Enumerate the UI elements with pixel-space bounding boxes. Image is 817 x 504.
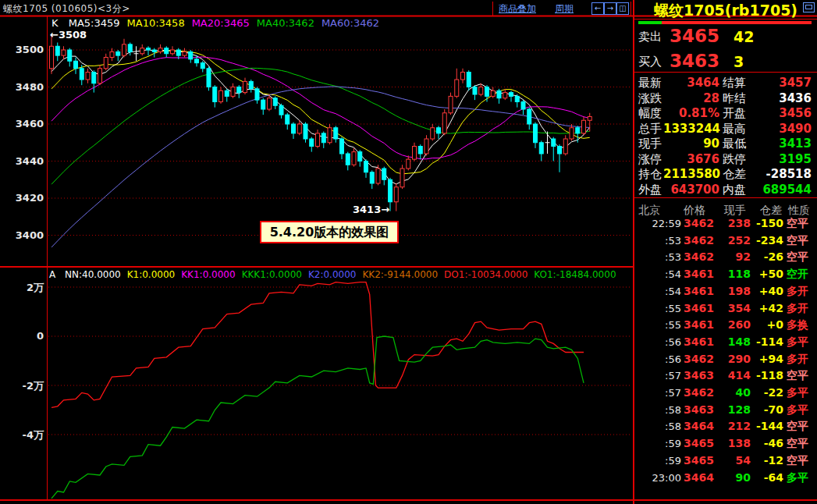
- sub-indicator-letter: A: [49, 269, 55, 280]
- tick-time: 23:00: [636, 472, 681, 484]
- ma-value: MA60:3462: [321, 17, 379, 29]
- menu-overlay-contracts[interactable]: 商品叠加: [499, 2, 536, 16]
- tick-volume: 54: [716, 454, 751, 467]
- tick-nature: 空平: [787, 369, 808, 383]
- sub-indicator-header: A NN:40.0000K1:0.0000KK1:0.0000KKK1:0.00…: [49, 269, 623, 280]
- tick-nature: 空平: [787, 420, 808, 434]
- indicator-param-value: KK2:-9144.0000: [362, 269, 438, 280]
- tick-time: :58: [636, 404, 681, 416]
- kline-axis-label: 3460: [2, 118, 44, 130]
- sub-indicator-area[interactable]: [48, 268, 632, 499]
- tick-time: :57: [636, 370, 681, 382]
- tick-oi-change: -12: [752, 454, 783, 467]
- tick-time: :56: [636, 336, 681, 348]
- stat-value: 3490: [749, 122, 812, 136]
- tick-price: 3462: [684, 250, 710, 263]
- ma-value: MA5:3459: [69, 17, 120, 29]
- bid-volume: 3: [734, 53, 744, 70]
- ask-volume: 42: [734, 28, 754, 45]
- tick-time: :59: [636, 438, 681, 449]
- stat-label: 开盘: [723, 106, 746, 121]
- tick-time: :56: [636, 353, 681, 365]
- tick-header-0: 北京: [638, 204, 660, 218]
- tick-time: :53: [636, 251, 681, 263]
- tick-oi-change: -46: [752, 437, 783, 449]
- kline-axis-label: 3440: [2, 155, 44, 167]
- tick-header-2: 现手: [724, 204, 746, 218]
- version-note-box: 5.4.20版本的效果图: [260, 221, 399, 243]
- sub-axis-label: 0: [2, 330, 44, 342]
- buy-ratio-bar: [638, 21, 662, 24]
- indicator-param-value: KKK1:0.0000: [242, 269, 302, 280]
- tick-volume: 138: [716, 437, 751, 449]
- kline-axis-label: 3480: [2, 81, 44, 93]
- stat-label: 总手: [638, 122, 662, 137]
- tick-oi-change: +40: [752, 285, 783, 297]
- tick-volume: 260: [716, 318, 751, 331]
- tick-nature: 多平: [787, 386, 808, 400]
- ma-header: K MA5:3459MA10:3458MA20:3465MA40:3462MA6…: [52, 17, 386, 29]
- tick-nature: 多开: [787, 285, 808, 299]
- contract-title: 螺纹1705 (010605)<3分>: [3, 2, 130, 16]
- stat-value: 2113580: [663, 167, 719, 181]
- tick-oi-change: -144: [752, 420, 783, 432]
- indicator-param-value: KO1:-18484.0000: [534, 269, 616, 280]
- sell-ratio-bar: [662, 21, 812, 24]
- tick-oi-change: +50: [752, 268, 783, 280]
- tick-time: :54: [636, 286, 681, 297]
- ask-price[interactable]: 3465: [670, 26, 718, 46]
- tick-volume: 40: [716, 386, 751, 399]
- tick-volume: 128: [716, 403, 751, 416]
- tick-time: :55: [636, 319, 681, 331]
- tick-nature: 多开: [787, 353, 808, 367]
- tick-oi-change: -234: [752, 234, 783, 247]
- tick-oi-change: +0: [752, 318, 783, 331]
- stat-value: 3676: [663, 152, 719, 166]
- tick-time: 22:59: [636, 218, 681, 229]
- tick-time: :58: [636, 421, 681, 432]
- tick-time: :53: [636, 235, 681, 247]
- ma-value: MA20:3465: [192, 17, 250, 29]
- bid-label: 买入: [638, 55, 662, 69]
- tick-price: 3465: [684, 437, 710, 449]
- tick-volume: 354: [716, 302, 751, 314]
- tick-nature: 空开: [787, 268, 808, 282]
- bid-price[interactable]: 3463: [670, 51, 718, 71]
- indicator-param-value: DO1:-10034.0000: [444, 269, 527, 280]
- tick-nature: 多开: [787, 302, 808, 316]
- stat-label: 现手: [638, 137, 662, 151]
- stat-value: -28518: [749, 167, 812, 181]
- tick-oi-change: +94: [752, 353, 783, 365]
- tick-volume: 118: [716, 268, 751, 280]
- stat-value: 3413: [749, 137, 812, 151]
- stat-value: 3464: [663, 76, 719, 90]
- tick-price: 3461: [684, 318, 710, 331]
- tick-nature: 多平: [787, 403, 808, 417]
- tile-windows-button[interactable]: ◫: [616, 2, 629, 15]
- sub-axis-label: -2万: [2, 379, 44, 393]
- tick-price: 3463: [684, 369, 710, 382]
- next-arrow-button[interactable]: →: [604, 2, 616, 15]
- stat-value: 90: [663, 137, 719, 151]
- tick-nature: 空平: [787, 454, 808, 468]
- kline-axis-label: 3420: [2, 192, 44, 204]
- low-price-annotation: 3413→: [353, 204, 389, 215]
- stat-value: 643700: [663, 183, 719, 197]
- tick-price: 3461: [684, 302, 710, 314]
- indicator-param-value: K1:0.0000: [127, 269, 176, 280]
- stat-value: 689544: [749, 183, 812, 197]
- stat-value: 3456: [749, 106, 812, 120]
- indicator-param-value: K2:0.0000: [308, 269, 357, 280]
- stat-label: 跌停: [723, 152, 746, 167]
- tick-volume: 148: [716, 335, 751, 348]
- tick-price: 3462: [684, 353, 710, 365]
- stat-label: 持仓: [638, 167, 662, 182]
- tick-nature: 空平: [787, 250, 808, 264]
- prev-arrow-button[interactable]: ←: [591, 2, 604, 15]
- sub-axis-label: -4万: [2, 428, 44, 442]
- tick-nature: 多平: [787, 335, 808, 350]
- tick-price: 3461: [684, 268, 710, 280]
- ask-label: 卖出: [638, 30, 662, 44]
- stat-value: 0.81%: [663, 106, 719, 120]
- menu-period[interactable]: 周期: [555, 2, 574, 16]
